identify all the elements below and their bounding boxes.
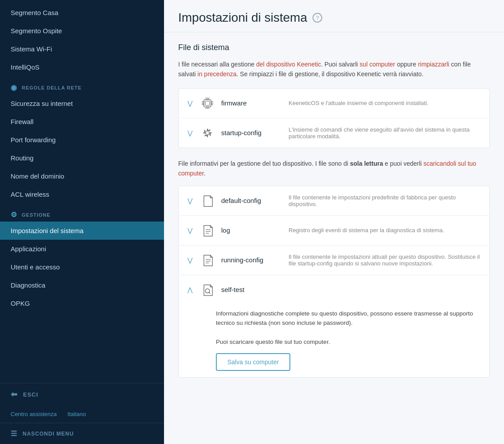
main-content: Impostazioni di sistema ? File di sistem… bbox=[164, 0, 504, 444]
esci-label: ESCI bbox=[23, 391, 38, 398]
file-item-default-config: ⋁ default-config Il file contenente le i… bbox=[179, 186, 489, 216]
link-scaricandoli[interactable]: scaricandoli sul tuo computer bbox=[178, 160, 476, 177]
sidebar-item-segmento-ospite[interactable]: Segmento Ospite bbox=[0, 22, 164, 40]
running-config-icon bbox=[199, 252, 216, 269]
section1-desc: I file necessari alla gestione del dispo… bbox=[178, 59, 490, 79]
esci-button[interactable]: ⬅ ESCI bbox=[0, 383, 164, 405]
chevron-self-test[interactable]: ⋀ bbox=[186, 286, 194, 293]
main-body: File di sistema I file necessari alla ge… bbox=[164, 32, 504, 444]
startup-icon bbox=[199, 125, 216, 141]
filedesc-running: Il file contenente le impostazioni attua… bbox=[289, 253, 482, 267]
file-item-startup-config: ⋁ startup-config L'insieme bbox=[179, 118, 489, 148]
link-rimpiazzarli[interactable]: rimpiazzarli bbox=[418, 61, 449, 68]
svg-rect-0 bbox=[204, 100, 211, 107]
exit-icon: ⬅ bbox=[11, 389, 18, 399]
save-computer-button[interactable]: Salva su computer bbox=[216, 353, 290, 371]
sidebar-section-regole: ◉ REGOLE DELLA RETE bbox=[0, 76, 164, 94]
sidebar-item-label: Nome del dominio bbox=[11, 172, 64, 180]
nascondi-menu-button[interactable]: ☰ NASCONDI MENU bbox=[0, 423, 164, 444]
sidebar-section-label-text: REGOLE DELLA RETE bbox=[22, 85, 82, 90]
sidebar-nav: Segmento Casa Segmento Ospite Sistema Wi… bbox=[0, 0, 164, 383]
svg-line-22 bbox=[209, 292, 210, 293]
filename-self-test: self-test bbox=[221, 286, 283, 293]
footer-links: Centro assistenza Italiano bbox=[0, 405, 164, 423]
italiano-link[interactable]: Italiano bbox=[67, 411, 86, 417]
filename-running: running-config bbox=[221, 256, 283, 264]
sidebar-item-impostazioni[interactable]: Impostazioni del sistema bbox=[0, 222, 164, 240]
sidebar-item-segmento-casa[interactable]: Segmento Casa bbox=[0, 4, 164, 22]
file-list-1: ⋁ firmware KeeneticOS e l'attuale insiem… bbox=[178, 88, 490, 148]
chip-svg bbox=[200, 96, 215, 110]
filedesc-log: Registro degli eventi di sistema per la … bbox=[289, 227, 482, 234]
sidebar-item-label: ACL wireless bbox=[11, 191, 49, 198]
sidebar-item-label: Applicazioni bbox=[11, 245, 46, 253]
sidebar-item-routing[interactable]: Routing bbox=[0, 149, 164, 167]
sidebar-item-applicazioni[interactable]: Applicazioni bbox=[0, 240, 164, 258]
sidebar-item-opkg[interactable]: OPKG bbox=[0, 294, 164, 312]
sidebar-item-label: IntelliQoS bbox=[11, 63, 39, 71]
gear-config-svg bbox=[200, 126, 215, 140]
sidebar-item-port-forwarding[interactable]: Port forwarding bbox=[0, 131, 164, 149]
firmware-icon bbox=[199, 95, 216, 112]
sidebar-item-label: Routing bbox=[11, 154, 34, 162]
sidebar-item-label: Diagnostica bbox=[11, 281, 45, 289]
sidebar: Segmento Casa Segmento Ospite Sistema Wi… bbox=[0, 0, 164, 444]
sidebar-section-gestione: ⚙ GESTIONE bbox=[0, 203, 164, 222]
section2-desc: File informativi per la gestione del tuo… bbox=[178, 159, 490, 179]
sidebar-item-label: Segmento Ospite bbox=[11, 27, 62, 35]
sidebar-item-firewall[interactable]: Firewall bbox=[0, 113, 164, 131]
nascondi-label: NASCONDI MENU bbox=[23, 431, 74, 437]
centro-assistenza-link[interactable]: Centro assistenza bbox=[11, 411, 57, 417]
link-computer[interactable]: sul computer bbox=[359, 61, 395, 68]
sidebar-item-label: Utenti e accesso bbox=[11, 263, 60, 271]
sidebar-item-label: Port forwarding bbox=[11, 136, 56, 144]
gear-icon: ⚙ bbox=[11, 210, 17, 219]
filedesc-startup: L'insieme di comandi che viene eseguito … bbox=[289, 126, 482, 140]
filename-default: default-config bbox=[221, 197, 283, 204]
sidebar-item-intelliqos[interactable]: IntelliQoS bbox=[0, 58, 164, 76]
chevron-log[interactable]: ⋁ bbox=[186, 227, 194, 234]
svg-point-14 bbox=[206, 131, 209, 135]
self-test-text2: Puoi scaricare questo file sul tuo compu… bbox=[216, 337, 482, 347]
doc-svg bbox=[200, 194, 215, 208]
file-item-self-test: ⋀ self-test Informazioni diagnostiche co… bbox=[179, 275, 489, 377]
filedesc-default: Il file contenente le impostazioni prede… bbox=[289, 194, 482, 207]
sidebar-item-utenti-accesso[interactable]: Utenti e accesso bbox=[0, 258, 164, 276]
file-item-firmware: ⋁ firmware KeeneticOS e l'attuale insiem… bbox=[179, 89, 489, 118]
self-test-top-row: ⋀ self-test bbox=[186, 281, 482, 298]
sidebar-item-label: Segmento Casa bbox=[11, 9, 59, 16]
doc-lines2-svg bbox=[200, 253, 215, 267]
self-test-icon bbox=[199, 281, 216, 298]
sidebar-item-label: Impostazioni del sistema bbox=[11, 227, 83, 234]
sidebar-item-diagnostica[interactable]: Diagnostica bbox=[0, 276, 164, 294]
chevron-startup[interactable]: ⋁ bbox=[186, 129, 194, 136]
sidebar-item-acl-wireless[interactable]: ACL wireless bbox=[0, 185, 164, 203]
search-doc-svg bbox=[200, 283, 215, 297]
chevron-default[interactable]: ⋁ bbox=[186, 197, 194, 204]
link-precedenza[interactable]: in precedenza bbox=[198, 70, 237, 78]
log-icon bbox=[199, 222, 216, 239]
doc-lines-svg bbox=[200, 223, 215, 238]
section1-title: File di sistema bbox=[178, 43, 490, 52]
help-icon[interactable]: ? bbox=[313, 13, 322, 23]
sidebar-item-dominio[interactable]: Nome del dominio bbox=[0, 167, 164, 185]
sidebar-item-label: OPKG bbox=[11, 300, 30, 307]
chevron-running[interactable]: ⋁ bbox=[186, 257, 194, 264]
menu-icon: ☰ bbox=[11, 429, 17, 438]
self-test-text1: Informazioni diagnostiche complete su qu… bbox=[216, 309, 482, 328]
page-title: Impostazioni di sistema bbox=[178, 11, 307, 25]
svg-rect-1 bbox=[205, 101, 210, 105]
file-list-2: ⋁ default-config Il file contenente le i… bbox=[178, 186, 490, 378]
filename-firmware: firmware bbox=[221, 99, 283, 107]
file-item-log: ⋁ log Registro degli eventi di sistema p… bbox=[179, 216, 489, 245]
page-header: Impostazioni di sistema ? bbox=[164, 0, 504, 32]
sidebar-item-label: Sistema Wi-Fi bbox=[11, 45, 52, 53]
chevron-firmware[interactable]: ⋁ bbox=[186, 100, 194, 107]
sidebar-item-label: Sicurezza su internet bbox=[11, 100, 73, 107]
default-config-icon bbox=[199, 192, 216, 209]
sidebar-item-sistema-wifi[interactable]: Sistema Wi-Fi bbox=[0, 40, 164, 58]
filename-startup: startup-config bbox=[221, 129, 283, 136]
sidebar-item-sicurezza[interactable]: Sicurezza su internet bbox=[0, 94, 164, 113]
link-dispositivo[interactable]: del dispositivo Keenetic bbox=[256, 61, 321, 68]
sidebar-section-label-text: GESTIONE bbox=[22, 212, 51, 218]
